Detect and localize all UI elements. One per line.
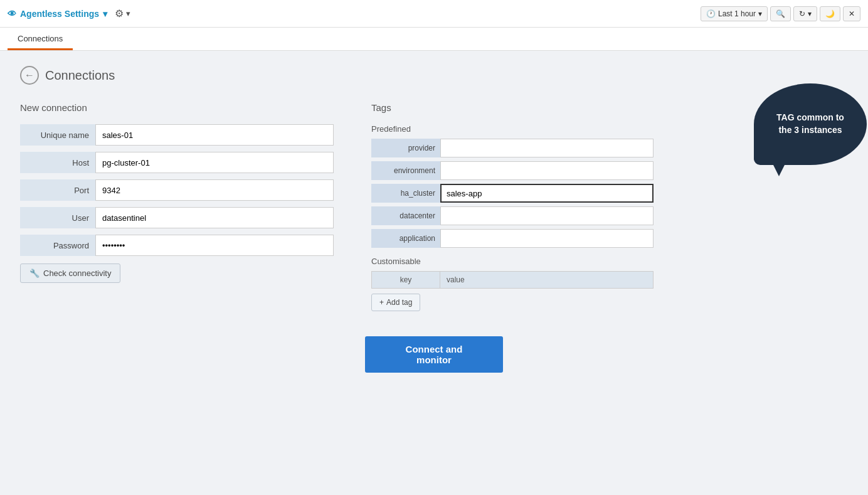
host-row: Host — [20, 152, 334, 173]
add-tag-button[interactable]: + Add tag — [371, 294, 420, 311]
tab-connections[interactable]: Connections — [8, 28, 73, 50]
custom-key-header: key — [371, 271, 440, 289]
form-section-title: New connection — [20, 102, 334, 113]
new-connection-form: New connection Unique name Host Port Use… — [20, 102, 334, 283]
close-icon: ✕ — [849, 9, 855, 18]
wrench-icon: 🔧 — [29, 269, 40, 278]
back-icon: ← — [24, 70, 34, 81]
user-input[interactable] — [95, 207, 334, 228]
topbar-right: 🕐 Last 1 hour ▾ 🔍 ↻ ▾ 🌙 ✕ — [701, 6, 860, 21]
unique-name-input[interactable] — [95, 124, 334, 146]
provider-input[interactable] — [440, 139, 654, 157]
custom-value-header: value — [440, 271, 654, 289]
application-label: application — [371, 229, 440, 248]
host-label: Host — [20, 152, 95, 173]
plus-icon: + — [379, 298, 384, 307]
datacenter-label: datacenter — [371, 206, 440, 225]
time-range-button[interactable]: 🕐 Last 1 hour ▾ — [701, 6, 768, 21]
tooltip-text: TAG common to the 3 instances — [771, 112, 849, 136]
application-input[interactable] — [440, 229, 654, 248]
port-label: Port — [20, 179, 95, 201]
page-title: Connections — [45, 68, 115, 83]
port-input[interactable] — [95, 179, 334, 201]
datacenter-input[interactable] — [440, 206, 654, 225]
topbar: 👁 Agentless Settings ▾ ⚙ ▾ 🕐 Last 1 hour… — [0, 0, 868, 28]
clock-icon: 🕐 — [706, 9, 716, 18]
port-row: Port — [20, 179, 334, 201]
tabs-bar: Connections — [0, 28, 868, 51]
time-range-label: Last 1 hour — [718, 9, 756, 18]
add-tag-label: Add tag — [386, 298, 412, 307]
back-button[interactable]: ← — [20, 66, 39, 85]
custom-header-row: key value — [371, 271, 848, 289]
eye-icon: 👁 — [8, 9, 16, 19]
tags-section: TAG common to the 3 instances Tags Prede… — [371, 102, 848, 311]
search-button[interactable]: 🔍 — [770, 6, 791, 21]
tooltip-bubble: TAG common to the 3 instances — [754, 83, 867, 165]
password-label: Password — [20, 235, 95, 256]
theme-button[interactable]: 🌙 — [820, 6, 840, 21]
gear-menu[interactable]: ⚙ ▾ — [115, 8, 130, 19]
two-col-layout: New connection Unique name Host Port Use… — [20, 102, 848, 311]
moon-icon: 🌙 — [825, 9, 835, 18]
host-input[interactable] — [95, 152, 334, 173]
refresh-caret-icon: ▾ — [808, 9, 812, 18]
unique-name-label: Unique name — [20, 124, 95, 146]
refresh-button[interactable]: ↻ ▾ — [793, 6, 817, 21]
gear-caret-icon: ▾ — [126, 9, 130, 18]
main-content: ← Connections New connection Unique name… — [0, 51, 868, 492]
ha-cluster-label: ha_cluster — [371, 184, 440, 203]
search-icon: 🔍 — [776, 9, 785, 18]
password-row: Password — [20, 235, 334, 256]
topbar-left: 👁 Agentless Settings ▾ ⚙ ▾ — [8, 8, 130, 19]
user-label: User — [20, 207, 95, 228]
tag-row-ha-cluster: ha_cluster — [371, 184, 848, 203]
unique-name-row: Unique name — [20, 124, 334, 146]
environment-label: environment — [371, 161, 440, 180]
refresh-icon: ↻ — [799, 9, 805, 18]
environment-input[interactable] — [440, 161, 654, 180]
password-input[interactable] — [95, 235, 334, 256]
provider-label: provider — [371, 139, 440, 157]
app-title-text: Agentless Settings — [20, 9, 99, 19]
check-connectivity-button[interactable]: 🔧 Check connectivity — [20, 263, 120, 283]
page-header: ← Connections — [20, 66, 848, 85]
tag-row-application: application — [371, 229, 848, 248]
time-caret-icon: ▾ — [758, 9, 762, 18]
tag-row-datacenter: datacenter — [371, 206, 848, 225]
gear-icon: ⚙ — [115, 8, 124, 19]
check-connectivity-label: Check connectivity — [43, 269, 111, 278]
app-title[interactable]: 👁 Agentless Settings ▾ — [8, 9, 107, 19]
close-button[interactable]: ✕ — [843, 6, 860, 21]
title-caret-icon: ▾ — [103, 9, 107, 19]
user-row: User — [20, 207, 334, 228]
customisable-title: Customisable — [371, 257, 848, 266]
connect-monitor-button[interactable]: Connect and monitor — [365, 336, 503, 373]
ha-cluster-input[interactable] — [440, 184, 654, 203]
